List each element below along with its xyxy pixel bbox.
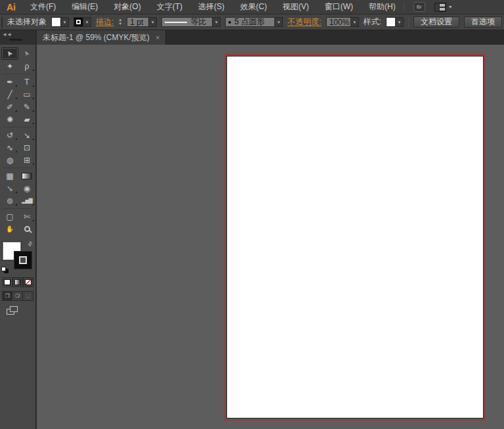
zoom-tool-icon (24, 226, 30, 232)
tool-selection[interactable]: ➤ (1, 47, 18, 60)
color-chip-icon (4, 279, 10, 285)
pasteboard[interactable] (37, 45, 504, 429)
menu-file[interactable]: 文件(F) (22, 0, 64, 14)
tool-line-segment[interactable]: ╱ (1, 88, 18, 101)
tool-slice[interactable]: ✄ (18, 210, 35, 223)
stroke-width-stepper[interactable]: ▲ ▼ (118, 18, 122, 26)
menu-bar: Ai 文件(F) 编辑(E) 对象(O) 文字(T) 选择(S) 效果(C) 视… (0, 0, 504, 14)
draw-behind-button[interactable]: ❍ (12, 292, 22, 300)
style-swatch[interactable] (386, 17, 396, 27)
width-profile-dropdown-icon[interactable]: ▼ (213, 17, 220, 27)
draw-normal-button[interactable]: ❐ (3, 292, 12, 300)
tool-magic-wand[interactable]: ✦ (1, 60, 18, 72)
style-widget[interactable]: ▼ (386, 17, 404, 27)
stroke-color-box[interactable] (14, 251, 32, 269)
brush-preview-dot (228, 21, 231, 24)
tool-eraser[interactable]: ▰ (18, 113, 35, 125)
tools-panel-grip[interactable] (9, 39, 22, 41)
tool-width[interactable]: ∿ (1, 141, 18, 154)
brush-definition-widget[interactable]: 5 点圆形 ▼ (225, 17, 283, 27)
width-profile-value[interactable]: 等比 (161, 17, 213, 27)
document-tab-title: 未标题-1 @ 59% (CMYK/预览) (43, 32, 150, 43)
slice-icon: ✄ (24, 212, 30, 221)
menu-select[interactable]: 选择(S) (190, 0, 232, 14)
drawing-modes: ❐ ❍ ❏ (2, 291, 33, 301)
stroke-panel-link[interactable]: 描边: (96, 16, 114, 28)
direct-selection-tool-icon: ➢ (22, 49, 32, 58)
tool-blend[interactable]: ◉ (18, 182, 35, 194)
fill-color-widget[interactable]: ▼ (51, 17, 69, 27)
menu-view[interactable]: 视图(V) (275, 0, 317, 14)
stroke-width-input[interactable]: 1 pt (127, 17, 149, 27)
tool-scale[interactable]: ↘ (18, 129, 35, 141)
screen-mode-button[interactable] (7, 306, 18, 315)
tool-shape-builder[interactable]: ◍ (1, 154, 18, 166)
tool-lasso[interactable]: ρ (18, 60, 35, 72)
menu-edit[interactable]: 编辑(E) (64, 0, 106, 14)
menu-window[interactable]: 窗口(W) (317, 0, 361, 14)
fill-swatch[interactable] (51, 17, 61, 27)
opacity-panel-link[interactable]: 不透明度: (287, 16, 321, 28)
fill-dropdown-icon[interactable]: ▼ (61, 17, 69, 27)
opacity-widget[interactable]: 100% ▼ (326, 17, 359, 27)
tool-artboard[interactable]: ▢ (1, 210, 18, 223)
tool-pen[interactable]: ✒ (1, 76, 18, 88)
controlbar-separator (408, 17, 409, 28)
eyedropper-icon: ⊸ (4, 183, 15, 194)
tool-symbol-sprayer[interactable]: ⊚ (1, 194, 18, 207)
tool-mesh[interactable]: ▦ (1, 169, 18, 182)
document-setup-button[interactable]: 文档设置 (413, 16, 459, 28)
menu-help[interactable]: 帮助(H) (361, 0, 404, 14)
stroke-width-widget[interactable]: 1 pt ▼ (127, 17, 157, 27)
tool-type[interactable]: T (18, 76, 35, 88)
gradient-button[interactable] (12, 277, 23, 287)
color-button[interactable] (2, 277, 12, 287)
tool-paintbrush[interactable]: ✐ (1, 101, 18, 113)
document-tab[interactable]: 未标题-1 @ 59% (CMYK/预览) × (37, 30, 166, 45)
workspace-switcher[interactable]: ▼ (434, 3, 453, 12)
menu-effect[interactable]: 效果(C) (232, 0, 275, 14)
blob-brush-icon: ✺ (7, 115, 13, 124)
controlbar-grip[interactable] (1, 17, 3, 28)
tool-gradient[interactable] (18, 169, 35, 182)
tab-close-icon[interactable]: × (156, 34, 159, 41)
stroke-swatch[interactable] (74, 17, 83, 27)
swap-fill-stroke-icon[interactable]: ⇄ (26, 240, 34, 248)
tool-rotate[interactable]: ↺ (1, 129, 18, 141)
opacity-input[interactable]: 100% (326, 17, 351, 27)
scale-icon: ↘ (24, 131, 30, 140)
tool-direct-selection[interactable]: ➢ (18, 47, 35, 60)
menu-object[interactable]: 对象(O) (106, 0, 148, 14)
fill-stroke-area: ⇄ (0, 240, 35, 275)
default-fill-stroke-icon[interactable] (1, 267, 9, 273)
artboard[interactable] (226, 56, 484, 418)
stroke-width-dropdown-icon[interactable]: ▼ (149, 17, 157, 27)
style-label: 样式: (364, 16, 381, 28)
menu-type[interactable]: 文字(T) (149, 0, 190, 14)
brush-definition-value[interactable]: 5 点圆形 (225, 17, 275, 27)
tool-zoom[interactable] (18, 223, 35, 235)
stroke-color-widget[interactable]: ▼ (74, 17, 91, 27)
none-button[interactable] (23, 277, 33, 287)
pen-icon: ✒ (7, 78, 13, 87)
tool-column-graph[interactable]: ▂▅▇ (18, 194, 35, 207)
tool-pencil[interactable]: ✎ (18, 101, 35, 113)
stroke-dropdown-icon[interactable]: ▼ (83, 17, 91, 27)
opacity-dropdown-icon[interactable]: ▼ (351, 17, 359, 27)
tool-rectangle[interactable]: ▭ (18, 88, 35, 101)
tool-eyedropper[interactable]: ⊸ (1, 182, 18, 194)
stepper-down-icon[interactable]: ▼ (118, 22, 122, 26)
tool-blob-brush[interactable]: ✺ (1, 113, 18, 125)
tool-hand[interactable]: ✋ (1, 223, 18, 235)
tools-panel: ◄◄ ➤ ➢ ✦ ρ ✒ T ╱ ▭ ✐ ✎ ✺ ▰ ↺ ↘ ∿ ⊡ ◍ ⊞ ▦ (0, 30, 37, 429)
free-transform-icon: ⊡ (24, 143, 30, 152)
width-profile-widget[interactable]: 等比 ▼ (161, 17, 220, 27)
tool-perspective-grid[interactable]: ⊞ (18, 154, 35, 166)
blend-icon: ◉ (24, 184, 30, 193)
bridge-icon[interactable]: Br (413, 2, 425, 12)
style-dropdown-icon[interactable]: ▼ (396, 17, 404, 27)
panel-collapse-icon[interactable]: ◄◄ (2, 32, 11, 37)
tool-free-transform[interactable]: ⊡ (18, 141, 35, 154)
preferences-button[interactable]: 首选项 (464, 16, 502, 28)
brush-dropdown-icon[interactable]: ▼ (275, 17, 283, 27)
